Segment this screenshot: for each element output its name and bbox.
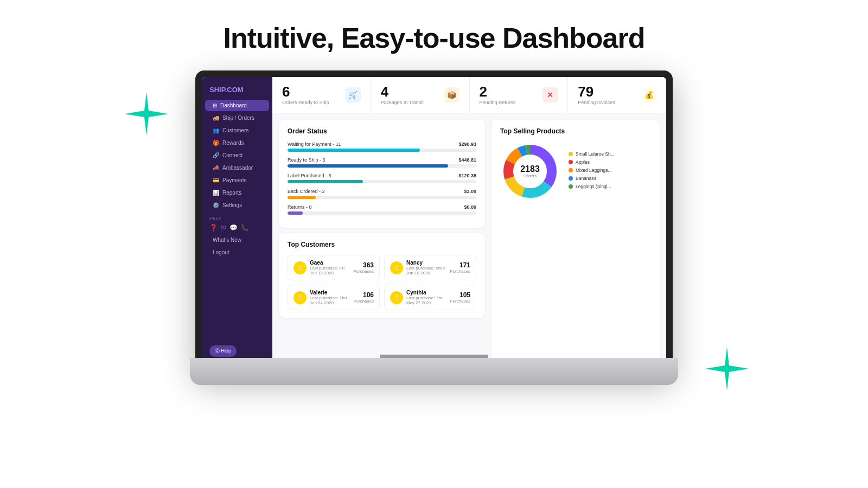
sidebar-item-label: Dashboard xyxy=(220,102,247,108)
legend-dot xyxy=(569,160,573,164)
sidebar-item-dashboard[interactable]: ⊞ Dashboard xyxy=(205,100,269,111)
donut-total: 2183 xyxy=(520,165,540,174)
customers-icon: 👥 xyxy=(213,127,219,133)
sidebar-item-label: Ship / Orders xyxy=(222,115,254,121)
legend-label: Leggings (Singl... xyxy=(576,184,611,189)
sidebar-item-ship-orders[interactable]: 🚚 Ship / Orders xyxy=(205,112,269,124)
stat-label: Packages In Transit xyxy=(381,100,424,105)
sidebar-item-payments[interactable]: 💳 Payments xyxy=(205,175,269,186)
rewards-icon: 🎁 xyxy=(213,140,219,146)
dashboard-icon: ⊞ xyxy=(213,102,217,108)
customer-date: Last purchase: Thu Jun 04 2020 xyxy=(310,296,350,305)
customer-card-gaea[interactable]: ⭐ Gaea Last purchase: Fri Jun 12 2020 36… xyxy=(288,255,380,280)
sidebar-logo: SHIP.COM xyxy=(202,84,272,99)
legend-label: Bananas4 xyxy=(576,176,596,181)
main-content: 6 Orders Ready to Ship 🛒 4 Packages In T… xyxy=(272,77,666,368)
purchase-count: 105 xyxy=(450,291,470,299)
order-label: Ready to Ship - 6 xyxy=(288,157,326,163)
customer-date: Last purchase: Wed Jun 10 2020 xyxy=(406,266,446,275)
star-left-decoration xyxy=(125,92,168,136)
sidebar-item-label: Rewards xyxy=(222,140,244,146)
settings-icon: ⚙️ xyxy=(213,202,219,208)
legend-label: Apples xyxy=(576,159,590,165)
stat-number: 4 xyxy=(381,85,424,99)
top-selling-title: Top Selling Products xyxy=(500,127,651,135)
sidebar-item-label: Connect xyxy=(222,152,242,158)
customer-card-valerie[interactable]: ⭐ Valerie Last purchase: Thu Jun 04 2020… xyxy=(288,285,380,310)
sidebar-item-logout[interactable]: Logout xyxy=(205,247,269,258)
stat-pending-invoices[interactable]: 79 Pending Invoices 💰 xyxy=(568,77,666,113)
stat-number: 2 xyxy=(480,85,516,99)
stat-number: 6 xyxy=(282,85,329,99)
customer-card-nancy[interactable]: ⭐ Nancy Last purchase: Wed Jun 10 2020 1… xyxy=(384,255,476,280)
laptop-screen: SHIP.COM ⊞ Dashboard 🚚 Ship / Orders 👥 C… xyxy=(195,70,673,374)
chart-legend: Small Lularoe Sh... Apples xyxy=(569,151,651,192)
stat-number: 79 xyxy=(578,85,615,99)
sidebar-item-customers[interactable]: 👥 Customers xyxy=(205,125,269,136)
customer-name: Cynthia xyxy=(406,290,446,296)
order-value: $290.93 xyxy=(458,142,476,147)
payments-icon: 💳 xyxy=(213,177,219,183)
order-label: Waiting for Payment - 11 xyxy=(288,142,341,147)
sidebar-item-reports[interactable]: 📊 Reports xyxy=(205,187,269,198)
stat-pending-returns[interactable]: 2 Pending Returns ✕ xyxy=(470,77,569,113)
stat-packages-transit[interactable]: 4 Packages In Transit 📦 xyxy=(371,77,470,113)
legend-dot xyxy=(569,168,573,172)
legend-dot xyxy=(569,152,573,156)
order-value: $3.00 xyxy=(464,189,476,194)
left-panel: Order Status Waiting for Payment - 11 $2… xyxy=(279,120,485,361)
donut-sublabel: Orders xyxy=(520,174,540,178)
order-status-title: Order Status xyxy=(288,127,476,135)
app-container: SHIP.COM ⊞ Dashboard 🚚 Ship / Orders 👥 C… xyxy=(202,77,666,368)
order-row-label-purchased: Label Purchased - 3 $120.38 xyxy=(288,173,476,183)
order-label: Label Purchased - 3 xyxy=(288,173,331,178)
sidebar-item-rewards[interactable]: 🎁 Rewards xyxy=(205,137,269,149)
right-panel: Top Selling Products xyxy=(492,120,660,361)
help-circle-icon[interactable]: ❓ xyxy=(209,224,218,232)
customer-date: Last purchase: Fri Jun 12 2020 xyxy=(310,266,350,275)
help-icons-row: ❓ ✉ 💬 📞 xyxy=(202,222,272,234)
purchase-label: Purchases xyxy=(353,299,374,304)
legend-item-4: Leggings (Singl... xyxy=(569,184,651,189)
stat-label: Orders Ready to Ship xyxy=(282,100,329,105)
page-heading: Intuitive, Easy-to-use Dashboard xyxy=(223,22,644,54)
reports-icon: 📊 xyxy=(213,190,219,196)
customer-name: Gaea xyxy=(310,260,350,266)
purchase-count: 171 xyxy=(450,261,470,269)
help-chat-icon[interactable]: 💬 xyxy=(229,224,238,232)
order-row-back-ordered: Back Ordered - 2 $3.00 xyxy=(288,189,476,199)
sidebar-item-connect[interactable]: 🔗 Connect xyxy=(205,150,269,161)
laptop-wrapper: SHIP.COM ⊞ Dashboard 🚚 Ship / Orders 👥 C… xyxy=(190,70,678,407)
purchase-label: Purchases xyxy=(353,269,374,274)
invoices-icon: 💰 xyxy=(641,87,656,102)
sidebar-item-ambassador[interactable]: 📣 Ambassador xyxy=(205,162,269,174)
help-email-icon[interactable]: ✉ xyxy=(221,224,226,232)
sidebar-item-label: Reports xyxy=(222,190,241,196)
legend-dot xyxy=(569,184,573,189)
logout-label: Logout xyxy=(213,249,229,255)
legend-item-2: Mixed Leggings... xyxy=(569,168,651,173)
ship-icon: 🚚 xyxy=(213,115,219,121)
customer-name: Valerie xyxy=(310,290,350,296)
stat-orders-ready[interactable]: 6 Orders Ready to Ship 🛒 xyxy=(272,77,371,113)
customer-card-cynthia[interactable]: ⭐ Cynthia Last purchase: Thu May 27 2021… xyxy=(384,285,476,310)
sidebar-item-settings[interactable]: ⚙️ Settings xyxy=(205,200,269,211)
purchase-count: 363 xyxy=(353,261,374,269)
purchase-label: Purchases xyxy=(450,269,470,274)
help-phone-icon[interactable]: 📞 xyxy=(241,224,249,232)
sidebar-item-label: Payments xyxy=(222,177,246,183)
help-button[interactable]: ⓪ Help xyxy=(209,345,237,357)
top-customers-title: Top Customers xyxy=(288,241,476,248)
legend-item-1: Apples xyxy=(569,159,651,165)
donut-chart: 2183 Orders xyxy=(500,142,560,201)
order-value: $448.81 xyxy=(458,157,476,163)
sidebar-item-whats-new[interactable]: What's New xyxy=(205,234,269,246)
order-row-waiting: Waiting for Payment - 11 $290.93 xyxy=(288,142,476,152)
customer-avatar: ⭐ xyxy=(293,291,307,304)
help-section-label: Help xyxy=(202,211,272,222)
order-label: Returns - 0 xyxy=(288,204,312,210)
legend-item-0: Small Lularoe Sh... xyxy=(569,151,651,157)
legend-label: Small Lularoe Sh... xyxy=(576,151,615,157)
logo-text: SHIP.COM xyxy=(209,86,244,94)
top-customers-card: Top Customers ⭐ Gaea Last purchase: Fri … xyxy=(279,233,485,318)
